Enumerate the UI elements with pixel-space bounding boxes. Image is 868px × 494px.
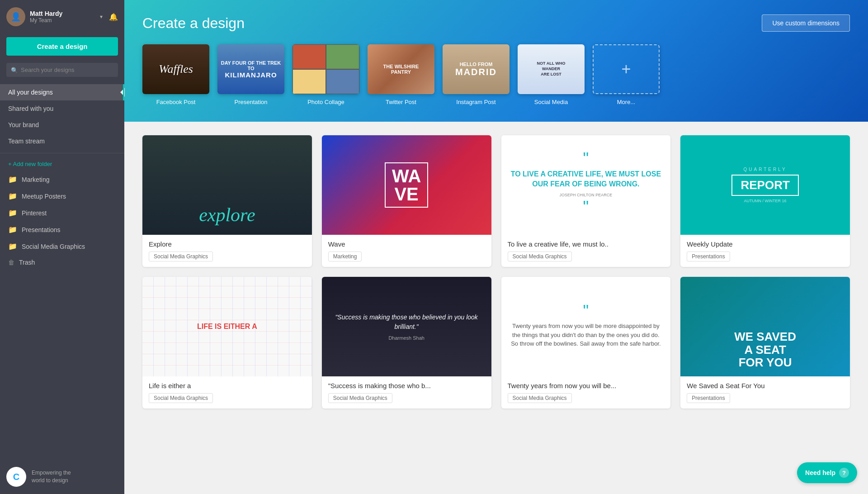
design-card-explore[interactable]: explore Explore Social Media Graphics: [142, 135, 312, 267]
design-thumb-wave: WAVE: [322, 135, 491, 235]
sidebar-item-team[interactable]: Team stream: [0, 133, 124, 149]
design-tag-report[interactable]: Presentations: [687, 252, 730, 261]
design-tag-quote[interactable]: Social Media Graphics: [508, 252, 572, 261]
design-tag-conf[interactable]: Presentations: [687, 393, 730, 403]
sidebar-item-all-designs[interactable]: All your designs: [0, 84, 124, 100]
quote2-text: Twenty years from now you will be more d…: [509, 322, 664, 348]
user-team: My Team: [30, 17, 95, 24]
folder-item-pinterest[interactable]: 📁 Pinterest: [0, 204, 124, 221]
design-thumb-quote2: " Twenty years from now you will be more…: [501, 277, 671, 376]
sidebar-header: 👤 Matt Hardy My Team ▾ 🔔: [0, 0, 124, 33]
design-info-quote2: Twenty years from now you will be... Soc…: [501, 376, 671, 408]
quote-author: JOSEPH CHILTON PEARCE: [560, 193, 613, 197]
wave-thumb-text: WAVE: [385, 162, 428, 208]
conf-thumb-text: WE SAVEDA SEATFOR YOU: [734, 330, 796, 369]
avatar: 👤: [6, 7, 25, 26]
page-title: Create a design: [142, 15, 245, 32]
life-thumb-text: LIFE IS EITHER A: [197, 323, 257, 331]
canva-logo: C: [6, 467, 26, 487]
folder-item-trash[interactable]: 🗑 Trash: [0, 255, 124, 270]
template-card-social[interactable]: NOT ALL WHOWANDERARE LOST Social Media: [518, 44, 585, 105]
shared-label: Shared with you: [8, 105, 53, 112]
trash-icon: 🗑: [8, 259, 14, 266]
hero-header: Create a design Use custom dimensions: [142, 14, 850, 32]
folder-icon: 📁: [8, 225, 17, 234]
user-info: Matt Hardy My Team: [30, 10, 95, 24]
folder-label: Pinterest: [22, 209, 47, 217]
collage-cell-2: [326, 44, 359, 69]
folder-icon: 📁: [8, 209, 17, 217]
template-card-twitter[interactable]: THE WILSHIREPANTRY Twitter Post: [368, 44, 434, 105]
design-info-report: Weekly Update Presentations: [680, 235, 850, 267]
design-tag-success[interactable]: Social Media Graphics: [328, 393, 392, 403]
social-thumb-text: NOT ALL WHOWANDERARE LOST: [534, 58, 568, 80]
folder-item-presentations[interactable]: 📁 Presentations: [0, 221, 124, 238]
design-info-conf: We Saved a Seat For You Presentations: [680, 376, 850, 408]
footer-text: Empowering the world to design: [32, 469, 71, 484]
design-card-success[interactable]: "Success is making those who believed in…: [322, 277, 491, 408]
design-card-quote-creative[interactable]: " TO LIVE A CREATIVE LIFE, WE MUST LOSE …: [501, 135, 671, 267]
facebook-thumb-text: Waffles: [159, 62, 193, 76]
main-area: Create a design Use custom dimensions Wa…: [124, 0, 868, 494]
folder-item-social-media[interactable]: 📁 Social Media Graphics: [0, 238, 124, 255]
quote-main-text: TO LIVE A CREATIVE LIFE, WE MUST LOSE OU…: [510, 169, 662, 190]
quote2-open: ": [583, 305, 589, 318]
design-thumb-success: "Success is making those who believed in…: [322, 277, 491, 376]
design-thumb-report: QUARTERLY REPORT AUTUMN / WINTER 16: [680, 135, 850, 235]
instagram-thumb-text: HELLO FROMMADRID: [453, 60, 499, 79]
success-author: Dharmesh Shah: [329, 335, 484, 341]
design-thumb-life: LIFE IS EITHER A: [142, 277, 312, 376]
folder-item-meetup[interactable]: 📁 Meetup Posters: [0, 188, 124, 204]
report-title: REPORT: [731, 175, 798, 196]
template-label-collage: Photo Collage: [307, 99, 344, 105]
design-name-wave: Wave: [328, 240, 485, 248]
template-card-more[interactable]: + More...: [593, 44, 660, 105]
sidebar-item-brand[interactable]: Your brand: [0, 117, 124, 133]
hero-section: Create a design Use custom dimensions Wa…: [124, 0, 868, 122]
need-help-label: Need help: [805, 469, 835, 476]
design-card-wave[interactable]: WAVE Wave Marketing: [322, 135, 491, 267]
team-label: Team stream: [8, 138, 45, 145]
search-icon: 🔍: [11, 66, 18, 73]
folder-item-marketing[interactable]: 📁 Marketing: [0, 171, 124, 188]
design-name-life: Life is either a: [149, 382, 306, 390]
search-input[interactable]: [6, 63, 118, 77]
design-info-explore: Explore Social Media Graphics: [142, 235, 312, 267]
template-card-instagram[interactable]: HELLO FROMMADRID Instagram Post: [443, 44, 509, 105]
add-folder-button[interactable]: + Add new folder: [0, 157, 124, 171]
active-arrow: [120, 88, 125, 97]
folder-section: 📁 Marketing 📁 Meetup Posters 📁 Pinterest…: [0, 171, 124, 270]
design-tag-wave[interactable]: Marketing: [328, 252, 362, 261]
design-name-quote2: Twenty years from now you will be...: [508, 382, 665, 390]
sidebar: 👤 Matt Hardy My Team ▾ 🔔 Create a design…: [0, 0, 124, 494]
create-design-button[interactable]: Create a design: [6, 37, 118, 56]
design-info-wave: Wave Marketing: [322, 235, 491, 267]
design-tag-explore[interactable]: Social Media Graphics: [149, 252, 213, 261]
custom-dimensions-button[interactable]: Use custom dimensions: [762, 14, 850, 32]
design-card-conf[interactable]: WE SAVEDA SEATFOR YOU We Saved a Seat Fo…: [680, 277, 850, 408]
folder-icon: 📁: [8, 192, 17, 200]
template-card-presentation[interactable]: DAY FOUR OF THE TREK TOKILIMANJARO Prese…: [217, 44, 284, 105]
template-card-collage[interactable]: Photo Collage: [292, 44, 359, 105]
need-help-button[interactable]: Need help ?: [797, 462, 857, 483]
dropdown-icon[interactable]: ▾: [100, 14, 103, 20]
collage-cell-1: [292, 44, 326, 69]
design-card-quote2[interactable]: " Twenty years from now you will be more…: [501, 277, 671, 408]
design-tag-life[interactable]: Social Media Graphics: [149, 393, 213, 403]
brand-label: Your brand: [8, 121, 39, 128]
template-label-twitter: Twitter Post: [386, 99, 416, 105]
quote-close: ": [583, 201, 589, 214]
presentation-thumb-text: DAY FOUR OF THE TREK TOKILIMANJARO: [217, 60, 284, 79]
template-thumb-more: +: [593, 44, 660, 94]
design-tag-quote2[interactable]: Social Media Graphics: [508, 393, 572, 403]
template-card-facebook[interactable]: Waffles Facebook Post: [142, 44, 209, 105]
sidebar-item-shared[interactable]: Shared with you: [0, 100, 124, 117]
collage-cell-3: [292, 69, 326, 94]
template-label-social: Social Media: [534, 99, 568, 105]
divider: [0, 153, 124, 153]
design-card-life[interactable]: LIFE IS EITHER A Life is either a Social…: [142, 277, 312, 408]
design-card-weekly-update[interactable]: QUARTERLY REPORT AUTUMN / WINTER 16 Week…: [680, 135, 850, 267]
bell-icon[interactable]: 🔔: [109, 13, 118, 21]
template-thumb-twitter: THE WILSHIREPANTRY: [368, 44, 434, 94]
template-grid: Waffles Facebook Post DAY FOUR OF THE TR…: [142, 44, 850, 105]
